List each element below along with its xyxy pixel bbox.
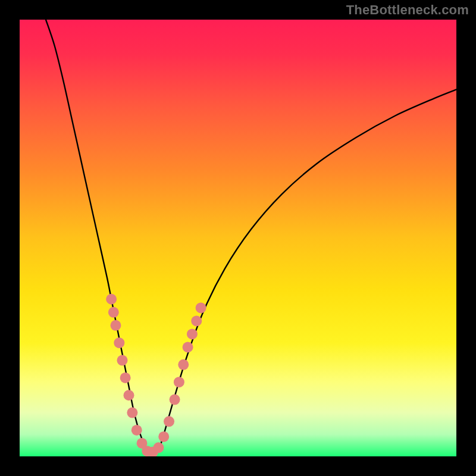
marker-dot xyxy=(187,328,198,339)
marker-dot xyxy=(131,425,142,436)
marker-dot xyxy=(153,442,164,453)
plot-background xyxy=(20,20,456,456)
marker-dot xyxy=(158,431,169,442)
marker-dot xyxy=(120,372,131,383)
marker-dot xyxy=(108,307,119,318)
watermark-text: TheBottleneck.com xyxy=(346,2,469,18)
bottleneck-chart xyxy=(0,0,476,476)
marker-dot xyxy=(164,416,174,427)
marker-dot xyxy=(127,408,137,418)
marker-dot xyxy=(191,315,202,326)
marker-dot xyxy=(106,294,117,305)
marker-dot xyxy=(110,320,121,331)
marker-dot xyxy=(178,359,189,370)
marker-dot xyxy=(170,394,180,405)
marker-dot xyxy=(124,390,134,400)
marker-dot xyxy=(117,355,127,366)
marker-dot xyxy=(196,302,206,313)
marker-dot xyxy=(174,377,184,387)
marker-dot xyxy=(114,337,124,348)
marker-dot xyxy=(183,342,193,353)
